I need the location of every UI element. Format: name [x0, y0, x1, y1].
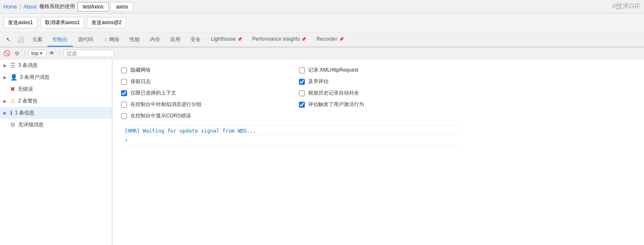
devtools-tab-lighthouse[interactable]: Lighthouse📌 — [206, 33, 247, 47]
devtools-tab-安全[interactable]: 安全 — [185, 33, 206, 47]
settings-left-checkbox-2[interactable] — [121, 90, 127, 96]
cursor-icon[interactable]: ↖ — [3, 34, 14, 45]
sidebar-item-5[interactable]: ⚙ 无详细消息 — [0, 119, 112, 131]
settings-left-checkbox-1[interactable] — [121, 79, 127, 85]
devtools-tab-recorder[interactable]: Recorder📌 — [311, 33, 348, 47]
settings-panel: 隐藏网络保留日志仅限已选择的上下文在控制台中对相似消息进行分组在控制台中显示CO… — [112, 59, 468, 245]
sidebar-label: 1 条信息 — [15, 109, 34, 117]
settings-left-row-0: 隐藏网络 — [121, 64, 282, 76]
sidebar-item-2[interactable]: ✖ 无错误 — [0, 83, 112, 95]
console-log: [HMR] Waiting for update signal from WDS… — [121, 125, 459, 147]
sidebar-item-4[interactable]: ▶ ℹ 1 条信息 — [0, 107, 112, 119]
settings-right-label-3: 评估触发了用户激活行为 — [308, 101, 364, 108]
chevron-down-icon: ▼ — [39, 51, 43, 56]
top-bar: Home | About 栅格系统的使用 testAxiosaxios #技术G… — [0, 0, 644, 14]
action-bar: 发送axios1取消请求axios1发送axios@2 — [0, 14, 644, 32]
expand-icon: ▶ — [3, 111, 8, 115]
action-btn-发送axios@2[interactable]: 发送axios@2 — [87, 17, 126, 28]
settings-left: 隐藏网络保留日志仅限已选择的上下文在控制台中对相似消息进行分组在控制台中显示CO… — [121, 64, 282, 122]
devtools-tab-控制台[interactable]: 控制台 — [47, 33, 73, 47]
settings-right-checkbox-0[interactable] — [299, 67, 305, 73]
breadcrumb: 栅格系统的使用 — [39, 3, 75, 10]
action-buttons: 发送axios1取消请求axios1发送axios@2 — [3, 17, 126, 28]
sidebar-label: 2 条警告 — [18, 97, 38, 105]
error-icon: ✖ — [10, 86, 15, 92]
filter-icon[interactable]: ⊘ — [13, 49, 21, 58]
settings-left-label-3: 在控制台中对相似消息进行分组 — [130, 101, 202, 108]
gear-icon: ⚙ — [10, 121, 16, 128]
tab-label: 安全 — [191, 36, 201, 42]
settings-left-label-4: 在控制台中显示CORS错误 — [130, 112, 191, 120]
settings-left-row-1: 保留日志 — [121, 76, 282, 87]
settings-right: 记录 XMLHttpRequest及早评估根据历史记录自动补全评估触发了用户激活… — [299, 64, 460, 122]
top-selector[interactable]: top ▼ — [28, 50, 46, 57]
settings-right-label-0: 记录 XMLHttpRequest — [308, 67, 359, 74]
devtools-tab-元素[interactable]: 元素 — [27, 33, 47, 47]
sidebar-items: ▶ ☰ 3 条消息 ▶ 👤 3 条用户消息 ✖ 无错误 ▶ ⚠ 2 条警告 ▶ … — [0, 59, 112, 131]
toolbar-sep2 — [60, 50, 60, 57]
expand-icon: ▶ — [3, 75, 8, 80]
devtools-tab-performance-insights[interactable]: Performance insights📌 — [247, 33, 312, 47]
pin-icon: 📌 — [237, 37, 242, 42]
action-btn-发送axios1[interactable]: 发送axios1 — [3, 17, 38, 28]
expand-icon: ▶ — [3, 63, 8, 68]
sidebar-label: 3 条消息 — [18, 62, 38, 69]
tab-label: 控制台 — [53, 36, 68, 42]
console-toolbar: 🚫 ⊘ top ▼ 👁 — [0, 47, 644, 59]
sidebar-item-1[interactable]: ▶ 👤 3 条用户消息 — [0, 71, 112, 83]
settings-left-row-2: 仅限已选择的上下文 — [121, 87, 282, 99]
settings-left-label-2: 仅限已选择的上下文 — [130, 89, 176, 97]
settings-left-checkbox-3[interactable] — [121, 102, 127, 108]
filter-input[interactable] — [64, 50, 114, 57]
clear-icon[interactable]: 🚫 — [3, 49, 11, 58]
settings-grid: 隐藏网络保留日志仅限已选择的上下文在控制台中对相似消息进行分组在控制台中显示CO… — [121, 64, 459, 122]
settings-left-checkbox-0[interactable] — [121, 67, 127, 73]
home-link[interactable]: Home — [3, 4, 17, 10]
expand-icon: ▶ — [3, 99, 8, 103]
caret-icon[interactable]: › — [124, 137, 128, 144]
devtools-tab-网络[interactable]: ⚠网络 — [98, 33, 124, 47]
settings-right-label-1: 及早评估 — [308, 78, 329, 85]
sep1: | — [19, 4, 21, 10]
settings-right-row-1: 及早评估 — [299, 76, 460, 87]
tab-label: 内存 — [150, 36, 160, 42]
sidebar-item-0[interactable]: ▶ ☰ 3 条消息 — [0, 59, 112, 71]
pin-icon: 📌 — [301, 37, 306, 42]
settings-right-checkbox-1[interactable] — [299, 79, 305, 85]
tab-label: Performance insights — [252, 36, 300, 42]
settings-left-row-3: 在控制台中对相似消息进行分组 — [121, 99, 282, 110]
settings-right-row-3: 评估触发了用户激活行为 — [299, 99, 460, 110]
about-link[interactable]: About — [23, 4, 36, 10]
sidebar-item-3[interactable]: ▶ ⚠ 2 条警告 — [0, 95, 112, 107]
pin-icon: 📌 — [339, 37, 344, 42]
tab-label: 源代码 — [78, 36, 93, 42]
logo: #技术GIF — [612, 2, 641, 11]
tab-label: 应用 — [170, 36, 180, 42]
tab-list: testAxiosaxios — [77, 2, 134, 11]
sidebar-label: 无详细消息 — [18, 121, 44, 128]
settings-right-checkbox-3[interactable] — [299, 102, 305, 108]
action-btn-取消请求axios1[interactable]: 取消请求axios1 — [40, 17, 85, 28]
device-icon[interactable]: ⬜ — [15, 34, 25, 45]
warning-icon: ⚠ — [10, 97, 16, 104]
tab-label: 网络 — [109, 36, 119, 42]
devtools-tab-应用[interactable]: 应用 — [165, 33, 185, 47]
devtools-tab-性能[interactable]: 性能 — [124, 33, 145, 47]
tab-label: 元素 — [32, 36, 42, 42]
list-icon: ☰ — [10, 62, 16, 69]
devtools-tabs: ↖ ⬜ 元素控制台源代码⚠网络性能内存应用安全Lighthouse📌Perfor… — [0, 32, 644, 47]
settings-right-checkbox-2[interactable] — [299, 90, 305, 96]
topbar-tab-axios[interactable]: axios — [111, 2, 133, 11]
settings-left-checkbox-4[interactable] — [121, 113, 127, 119]
info-icon: ℹ — [10, 109, 12, 116]
settings-left-label-0: 隐藏网络 — [130, 67, 151, 74]
warning-icon: ⚠ — [103, 36, 108, 42]
log-entry-caret[interactable]: › — [121, 135, 459, 145]
top-label: top — [31, 50, 39, 56]
topbar-tab-testaxios[interactable]: testAxios — [77, 2, 109, 11]
devtools-tab-内存[interactable]: 内存 — [145, 33, 165, 47]
tab-label: Recorder — [316, 36, 337, 42]
devtools-tab-源代码[interactable]: 源代码 — [73, 33, 98, 47]
eye-icon[interactable]: 👁 — [48, 49, 56, 58]
main-layout: ▶ ☰ 3 条消息 ▶ 👤 3 条用户消息 ✖ 无错误 ▶ ⚠ 2 条警告 ▶ … — [0, 59, 644, 245]
